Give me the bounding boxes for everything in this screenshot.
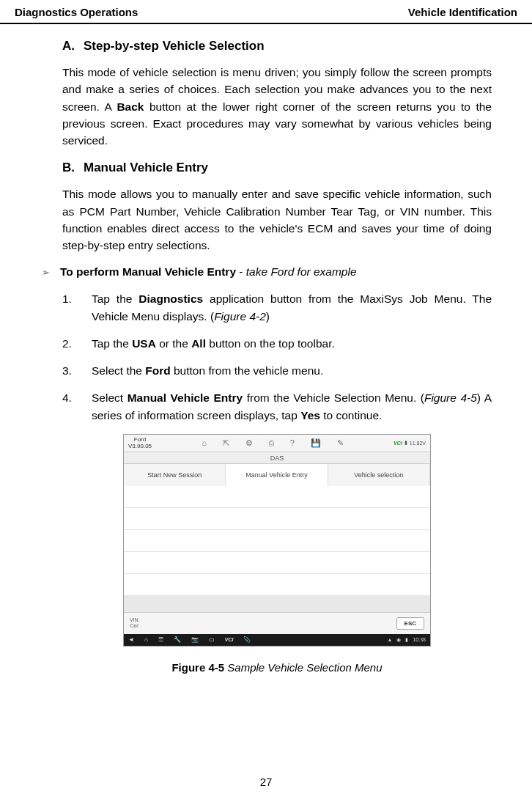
step-2: 2. Tap the USA or the All button on the … bbox=[92, 335, 492, 352]
signal-icon: ▲ bbox=[388, 637, 393, 642]
recent-icon[interactable]: ☰ bbox=[158, 636, 163, 643]
sub-heading: To perform Manual Vehicle Entry - take F… bbox=[60, 265, 357, 279]
list-row bbox=[124, 574, 430, 596]
figure-ref: Figure 4-2 bbox=[214, 310, 266, 323]
step-3: 3. Select the Ford button from the vehic… bbox=[92, 362, 492, 379]
section-b-letter: B. bbox=[62, 161, 75, 174]
camera-icon[interactable]: 📷 bbox=[191, 636, 199, 643]
step-text3: button on the top toolbar. bbox=[206, 337, 335, 350]
page-number: 27 bbox=[0, 776, 532, 788]
ss-nav-right: ▲ ◉ ▮ 10:38 bbox=[388, 637, 426, 643]
page-content: A.Step-by-step Vehicle Selection This mo… bbox=[0, 24, 532, 674]
arrow-bullet-icon: ➢ bbox=[42, 267, 50, 278]
step-text: Select the bbox=[92, 364, 145, 377]
vin-label: VIN: bbox=[130, 617, 140, 623]
sub-heading-dash: - bbox=[236, 265, 246, 278]
step-num: 3. bbox=[62, 362, 72, 379]
print-icon[interactable]: ⎙ bbox=[269, 438, 274, 448]
list-row bbox=[124, 530, 430, 552]
yes-ref: Yes bbox=[300, 409, 320, 421]
step-text3: ) bbox=[266, 310, 270, 323]
ss-das-bar: DAS bbox=[124, 452, 430, 464]
back-icon[interactable]: ◄ bbox=[128, 636, 134, 643]
list-row bbox=[124, 508, 430, 530]
diagnostics-ref: Diagnostics bbox=[138, 292, 203, 305]
step-text: Tap the bbox=[92, 337, 132, 350]
nav-vci-icon: VCI bbox=[225, 637, 234, 642]
vci-icon: VCI bbox=[394, 441, 402, 446]
step-num: 2. bbox=[62, 335, 72, 352]
home-icon[interactable]: ⌂ bbox=[202, 438, 207, 448]
back-button-ref: Back bbox=[117, 100, 144, 113]
ss-tabs: Start New Session Manual Vehicle Entry V… bbox=[124, 464, 430, 486]
screenshot-image: Ford V3.90.05 ⌂ ⇱ ⚙ ⎙ ? 💾 ✎ VCI ▮ 11.82V… bbox=[123, 434, 431, 647]
section-b-heading: B.Manual Vehicle Entry bbox=[62, 161, 492, 175]
tab-manual-vehicle-entry[interactable]: Manual Vehicle Entry bbox=[226, 464, 328, 486]
step-num: 1. bbox=[62, 290, 72, 307]
section-a-body: This mode of vehicle selection is menu d… bbox=[62, 64, 492, 149]
step-text2: or the bbox=[156, 337, 191, 350]
figure-caption-italic: Sample Vehicle Selection Menu bbox=[224, 661, 382, 674]
box-icon[interactable]: ▭ bbox=[209, 636, 215, 643]
section-a-title: Step-by-step Vehicle Selection bbox=[84, 39, 265, 53]
ss-toolbar: Ford V3.90.05 ⌂ ⇱ ⚙ ⎙ ? 💾 ✎ VCI ▮ 11.82V bbox=[124, 435, 430, 452]
sub-heading-row: ➢ To perform Manual Vehicle Entry - take… bbox=[42, 265, 492, 279]
step-4: 4. Select Manual Vehicle Entry from the … bbox=[92, 389, 492, 424]
step-text4: to continue. bbox=[320, 409, 382, 421]
help-icon[interactable]: ? bbox=[290, 438, 295, 448]
section-a-heading: A.Step-by-step Vehicle Selection bbox=[62, 39, 492, 54]
step-1: 1. Tap the Diagnostics application butto… bbox=[92, 290, 492, 325]
step-text: Tap the bbox=[92, 292, 138, 305]
tool-icon[interactable]: 🔧 bbox=[174, 636, 181, 643]
settings-icon[interactable]: ⚙ bbox=[245, 438, 253, 448]
header-left: Diagnostics Operations bbox=[15, 6, 138, 18]
tab-start-new-session[interactable]: Start New Session bbox=[124, 464, 226, 486]
figure: Ford V3.90.05 ⌂ ⇱ ⚙ ⎙ ? 💾 ✎ VCI ▮ 11.82V… bbox=[62, 434, 492, 674]
ss-version: Ford V3.90.05 bbox=[128, 436, 152, 449]
battery-icon: ▮ bbox=[404, 440, 407, 446]
header-right: Vehicle Identification bbox=[408, 6, 517, 18]
ss-toolbar-icons: ⌂ ⇱ ⚙ ⎙ ? 💾 ✎ bbox=[162, 438, 383, 448]
numbered-steps: 1. Tap the Diagnostics application butto… bbox=[62, 290, 492, 424]
figure-ref2: Figure 4-5 bbox=[424, 391, 477, 404]
mve-ref: Manual Vehicle Entry bbox=[128, 391, 243, 404]
step-text: Select bbox=[92, 391, 128, 404]
ss-list bbox=[124, 486, 430, 596]
usa-ref: USA bbox=[132, 337, 156, 350]
step-num: 4. bbox=[62, 389, 72, 406]
figure-caption: Figure 4-5 Sample Vehicle Selection Menu bbox=[62, 661, 492, 674]
esc-button[interactable]: ESC bbox=[396, 617, 424, 630]
tab-vehicle-selection[interactable]: Vehicle selection bbox=[328, 464, 430, 486]
ss-footer: VIN: Car: ESC bbox=[124, 612, 430, 634]
ss-nav-bar: ◄ ⌂ ☰ 🔧 📷 ▭ VCI 📎 ▲ ◉ ▮ 10:38 bbox=[124, 634, 430, 646]
home-nav-icon[interactable]: ⌂ bbox=[144, 636, 148, 643]
section-a-letter: A. bbox=[62, 39, 75, 53]
step-text2: button from the vehicle menu. bbox=[171, 364, 324, 377]
ss-footer-info: VIN: Car: bbox=[130, 617, 140, 630]
section-b-title: Manual Vehicle Entry bbox=[84, 161, 208, 174]
step-text2: from the Vehicle Selection Menu. ( bbox=[243, 391, 424, 404]
all-ref: All bbox=[191, 337, 206, 350]
list-row bbox=[124, 552, 430, 574]
wifi-icon: ◉ bbox=[396, 637, 401, 643]
ford-ref: Ford bbox=[145, 364, 170, 377]
sub-heading-bold: To perform Manual Vehicle Entry bbox=[60, 265, 236, 278]
clip-icon[interactable]: 📎 bbox=[243, 636, 251, 643]
nav-time: 10:38 bbox=[413, 637, 426, 642]
ss-status: VCI ▮ 11.82V bbox=[394, 440, 426, 446]
voltage: 11.82V bbox=[410, 441, 426, 446]
page-header: Diagnostics Operations Vehicle Identific… bbox=[0, 0, 532, 24]
car-label: Car: bbox=[130, 623, 140, 629]
figure-caption-bold: Figure 4-5 bbox=[171, 661, 224, 674]
sub-heading-italic: take Ford for example bbox=[246, 265, 357, 278]
list-row bbox=[124, 486, 430, 508]
edit-icon[interactable]: ✎ bbox=[337, 438, 344, 448]
section-b-body: This mode allows you to manually enter a… bbox=[62, 185, 492, 254]
save-icon[interactable]: 💾 bbox=[311, 438, 321, 448]
batt-icon: ▮ bbox=[405, 637, 408, 643]
collapse-icon[interactable]: ⇱ bbox=[223, 438, 229, 448]
